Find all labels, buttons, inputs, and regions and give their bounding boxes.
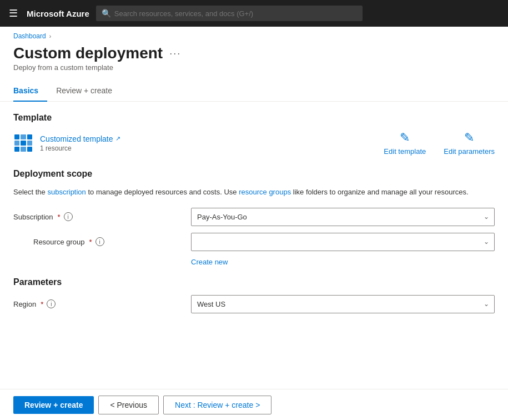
template-details: Customized template ↗ 1 resource — [40, 134, 120, 152]
page-subtitle: Deploy from a custom template — [13, 63, 495, 72]
azure-logo: Microsoft Azure — [27, 9, 89, 18]
resource-group-row: Resource group * i ⌄ — [13, 233, 495, 251]
resource-groups-link[interactable]: resource groups — [239, 188, 291, 196]
breadcrumb: Dashboard › — [0, 27, 508, 42]
resource-group-required: * — [89, 238, 92, 246]
search-input[interactable] — [114, 9, 357, 18]
breadcrumb-dashboard[interactable]: Dashboard — [13, 32, 46, 40]
region-info-icon[interactable]: i — [47, 299, 56, 308]
subscription-label-col: Subscription * i — [13, 212, 191, 221]
top-navigation: ☰ Microsoft Azure 🔍 — [0, 0, 508, 27]
resource-group-select[interactable] — [191, 233, 495, 251]
region-label: Region — [13, 300, 36, 308]
template-section-heading: Template — [13, 113, 495, 123]
search-bar[interactable]: 🔍 — [96, 6, 363, 21]
create-new-link[interactable]: Create new — [191, 258, 495, 266]
edit-template-button[interactable]: ✎ Edit template — [384, 131, 426, 156]
scope-description: Select the subscription to manage deploy… — [13, 187, 495, 198]
tab-bar: Basics Review + create — [0, 81, 508, 102]
region-select-wrapper: West US East US Central US ⌄ — [191, 295, 495, 313]
subscription-link[interactable]: subscription — [47, 188, 85, 196]
region-select[interactable]: West US East US Central US — [191, 295, 495, 313]
deployment-scope-section: Deployment scope Select the subscription… — [13, 169, 495, 266]
resource-group-select-wrapper: ⌄ — [191, 233, 495, 251]
page-header: Custom deployment ··· Deploy from a cust… — [0, 42, 508, 81]
breadcrumb-separator: › — [49, 33, 51, 39]
subscription-label: Subscription — [13, 213, 53, 221]
template-actions: ✎ Edit template ✎ Edit parameters — [384, 131, 495, 156]
template-row: Customized template ↗ 1 resource ✎ Edit … — [13, 131, 495, 156]
page-title: Custom deployment — [13, 44, 163, 62]
resource-group-label-col: Resource group * i — [13, 237, 191, 246]
region-label-col: Region * i — [13, 299, 191, 308]
subscription-row: Subscription * i Pay-As-You-Go ⌄ — [13, 208, 495, 226]
resource-group-control: ⌄ — [191, 233, 495, 251]
template-info: Customized template ↗ 1 resource — [13, 133, 120, 153]
main-content: Template Customized template — [0, 113, 508, 313]
template-link[interactable]: Customized template ↗ — [40, 134, 120, 143]
pencil-icon-2: ✎ — [464, 131, 474, 145]
template-resource-count: 1 resource — [40, 144, 120, 152]
region-row: Region * i West US East US Central US ⌄ — [13, 295, 495, 313]
search-icon: 🔍 — [102, 9, 111, 18]
hamburger-icon[interactable]: ☰ — [7, 5, 20, 22]
external-link-icon: ↗ — [115, 135, 120, 142]
subscription-select-wrapper: Pay-As-You-Go ⌄ — [191, 208, 495, 226]
subscription-required: * — [58, 213, 61, 221]
resource-group-info-icon[interactable]: i — [95, 237, 104, 246]
region-required: * — [41, 300, 43, 308]
parameters-section: Parameters Region * i West US East US Ce… — [13, 277, 495, 313]
subscription-info-icon[interactable]: i — [64, 212, 73, 221]
template-grid-icon — [13, 133, 33, 153]
subscription-control: Pay-As-You-Go ⌄ — [191, 208, 495, 226]
edit-parameters-button[interactable]: ✎ Edit parameters — [444, 131, 495, 156]
pencil-icon: ✎ — [400, 131, 410, 145]
resource-group-label: Resource group — [33, 238, 85, 246]
tab-basics[interactable]: Basics — [13, 81, 47, 102]
more-options-button[interactable]: ··· — [169, 48, 181, 59]
subscription-select[interactable]: Pay-As-You-Go — [191, 208, 495, 226]
tab-review-create[interactable]: Review + create — [56, 81, 121, 102]
scope-heading: Deployment scope — [13, 169, 495, 179]
region-control: West US East US Central US ⌄ — [191, 295, 495, 313]
parameters-heading: Parameters — [13, 277, 495, 287]
